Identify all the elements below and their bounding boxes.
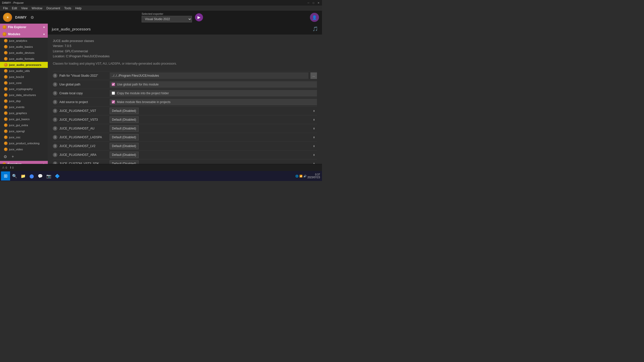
path-row: ℹ Path for "Visual Studio 2022" ... xyxy=(53,71,317,80)
dropdown-info-icon-3[interactable]: ℹ xyxy=(53,135,57,140)
dropdown-select-4[interactable]: Default (Disabled)EnabledDisabled xyxy=(110,143,139,149)
dropdown-row-2: ℹ JUCE_PLUGINHOST_AU Default (Disabled)E… xyxy=(53,124,317,133)
sidebar-item-juce-audio-devices[interactable]: juce_audio_devices xyxy=(0,50,48,56)
sidebar-item-juce-dsp[interactable]: juce_dsp xyxy=(0,98,48,104)
dropdown-control-4: Default (Disabled)EnabledDisabled xyxy=(110,143,317,149)
taskbar-chrome-icon[interactable]: ⬤ xyxy=(28,172,36,180)
module-title: juce_audio_processors xyxy=(52,27,91,31)
sidebar-item-juce-gui-extra[interactable]: juce_gui_extra xyxy=(0,122,48,128)
minimize-button[interactable]: ─ xyxy=(307,1,310,4)
sidebar-item-juce-gui-basics[interactable]: juce_gui_basics xyxy=(0,116,48,122)
dropdown-select-1[interactable]: Default (Disabled)EnabledDisabled xyxy=(110,116,139,123)
module-icon xyxy=(4,93,8,97)
sidebar-item-juce-graphics[interactable]: juce_graphics xyxy=(0,110,48,116)
sidebar-item-juce-osc[interactable]: juce_osc xyxy=(0,134,48,140)
dropdown-info-icon-1[interactable]: ℹ xyxy=(53,117,57,122)
file-explorer-header[interactable]: File Explorer ▼ xyxy=(0,24,48,31)
dropdown-wrapper-6: Default (Disabled)EnabledDisabled xyxy=(110,160,317,164)
path-info-icon[interactable]: ℹ xyxy=(53,73,57,78)
use-global-path-control: Use global path for this module xyxy=(110,81,317,88)
content-area: juce_audio_processors 🎵 JUCE audio proce… xyxy=(48,24,322,164)
sidebar-item-juce-product-unlocking[interactable]: juce_product_unlocking xyxy=(0,140,48,146)
create-local-copy-text: Copy the module into the project folder xyxy=(117,92,169,95)
sidebar-item-juce-box2d[interactable]: juce_box2d xyxy=(0,74,48,80)
menu-file[interactable]: File xyxy=(1,6,10,11)
modules-header[interactable]: Modules ▼ xyxy=(0,31,48,38)
use-global-path-checkbox-row: Use global path for this module xyxy=(110,81,317,88)
taskbar: ⊞ 🔍 📁 ⬤ 💬 📷 🔷 🌐 📶 🔊 0:37 2023/07/23 xyxy=(0,171,322,181)
settings-gear-icon[interactable]: ⚙ xyxy=(30,15,35,20)
warning-count: 0 xyxy=(6,166,7,169)
start-button[interactable]: ⊞ xyxy=(1,171,10,180)
close-button[interactable]: ✕ xyxy=(317,1,320,4)
taskbar-app2-icon[interactable]: 📷 xyxy=(45,172,53,180)
modules-arrow-icon: ▼ xyxy=(43,33,45,36)
add-module-button[interactable]: + xyxy=(10,154,16,159)
exporter-select[interactable]: Visual Studio 2022Visual Studio 2019Xcod… xyxy=(142,16,192,22)
menu-edit[interactable]: Edit xyxy=(10,6,19,11)
dropdown-info-icon-6[interactable]: ℹ xyxy=(53,161,57,164)
app-logo: ⚙ xyxy=(3,13,12,22)
path-browse-button[interactable]: ... xyxy=(310,72,317,79)
path-input[interactable] xyxy=(110,72,308,79)
dropdown-info-icon-5[interactable]: ℹ xyxy=(53,153,57,157)
user-avatar[interactable]: 👤 xyxy=(310,13,319,22)
module-settings-button[interactable]: ⚙ xyxy=(3,154,8,159)
dropdown-select-5[interactable]: Default (Disabled)EnabledDisabled xyxy=(110,152,139,158)
exporters-header[interactable]: Exporters ▲ xyxy=(0,161,48,164)
sidebar-item-juce-audio-formats[interactable]: juce_audio_formats xyxy=(0,56,48,62)
dropdown-select-2[interactable]: Default (Disabled)EnabledDisabled xyxy=(110,125,139,132)
menu-window[interactable]: Window xyxy=(30,6,45,11)
sidebar-item-juce-cryptography[interactable]: juce_cryptography xyxy=(0,86,48,92)
menu-view[interactable]: View xyxy=(19,6,30,11)
create-local-copy-info-icon[interactable]: ℹ xyxy=(53,91,57,96)
dropdown-info-icon-0[interactable]: ℹ xyxy=(53,109,57,113)
sidebar-item-juce-data-structures[interactable]: juce_data_structures xyxy=(0,92,48,98)
dropdown-label-4: JUCE_PLUGINHOST_LV2 xyxy=(59,144,110,148)
file-explorer-arrow-icon: ▼ xyxy=(43,26,45,29)
taskbar-file-icon[interactable]: 📁 xyxy=(19,172,27,180)
sidebar-item-juce-analytics[interactable]: juce_analytics xyxy=(0,38,48,44)
menu-tools[interactable]: Tools xyxy=(62,6,73,11)
dropdown-select-3[interactable]: Default (Disabled)EnabledDisabled xyxy=(110,134,139,141)
menu-help[interactable]: Help xyxy=(73,6,84,11)
dropdown-select-6[interactable]: Default (Disabled)EnabledDisabled xyxy=(110,160,139,164)
taskbar-app1-icon[interactable]: 💬 xyxy=(36,172,44,180)
dropdown-control-2: Default (Disabled)EnabledDisabled xyxy=(110,125,317,132)
dropdown-select-0[interactable]: Default (Disabled)EnabledDisabled xyxy=(110,108,139,114)
sidebar-item-juce-audio-basics[interactable]: juce_audio_basics xyxy=(0,44,48,50)
taskbar-app3-icon[interactable]: 🔷 xyxy=(53,172,61,180)
dropdown-info-icon-4[interactable]: ℹ xyxy=(53,144,57,148)
dropdown-wrapper-1: Default (Disabled)EnabledDisabled xyxy=(110,116,317,123)
module-icon xyxy=(4,129,8,133)
titlebar: DAWIY - Projucer ─ □ ✕ xyxy=(0,0,322,6)
module-icon xyxy=(4,105,8,109)
module-icon xyxy=(4,51,8,55)
create-local-copy-checkbox[interactable] xyxy=(112,92,115,95)
sidebar-item-juce-events[interactable]: juce_events xyxy=(0,104,48,110)
dropdown-control-3: Default (Disabled)EnabledDisabled xyxy=(110,134,317,141)
add-source-row: ℹ Add source to project Make module file… xyxy=(53,98,317,106)
modules-label: Modules xyxy=(8,32,20,36)
add-source-checkbox[interactable] xyxy=(112,100,115,104)
dropdown-info-icon-2[interactable]: ℹ xyxy=(53,126,57,131)
titlebar-title: DAWIY - Projucer xyxy=(2,1,24,4)
maximize-button[interactable]: □ xyxy=(312,1,315,4)
module-license: License: GPL/Commercial xyxy=(53,49,317,54)
add-source-control: Make module files browsable in projects xyxy=(110,99,317,105)
sidebar-item-juce-audio-utils[interactable]: juce_audio_utils xyxy=(0,68,48,74)
sidebar-item-juce-audio-processors[interactable]: juce_audio_processors xyxy=(0,62,48,68)
sidebar: File Explorer ▼ Modules ▼ juce_analytics… xyxy=(0,24,48,164)
use-global-path-info-icon[interactable]: ℹ xyxy=(53,82,57,87)
use-global-path-checkbox[interactable] xyxy=(112,83,115,86)
sidebar-item-juce-video[interactable]: juce_video xyxy=(0,146,48,152)
sidebar-item-juce-opengl[interactable]: juce_opengl xyxy=(0,128,48,134)
menu-document[interactable]: Document xyxy=(45,6,62,11)
taskbar-right: 🌐 📶 🔊 0:37 2023/07/23 xyxy=(295,173,321,179)
taskbar-search-icon[interactable]: 🔍 xyxy=(11,172,19,180)
add-source-info-icon[interactable]: ℹ xyxy=(53,100,57,104)
module-detail: Classes for loading and playing VST, AU,… xyxy=(53,61,317,66)
sidebar-item-juce-core[interactable]: juce_core xyxy=(0,80,48,86)
dropdown-label-3: JUCE_PLUGINHOST_LADSPA xyxy=(59,135,110,139)
use-global-path-text: Use global path for this module xyxy=(117,83,158,86)
